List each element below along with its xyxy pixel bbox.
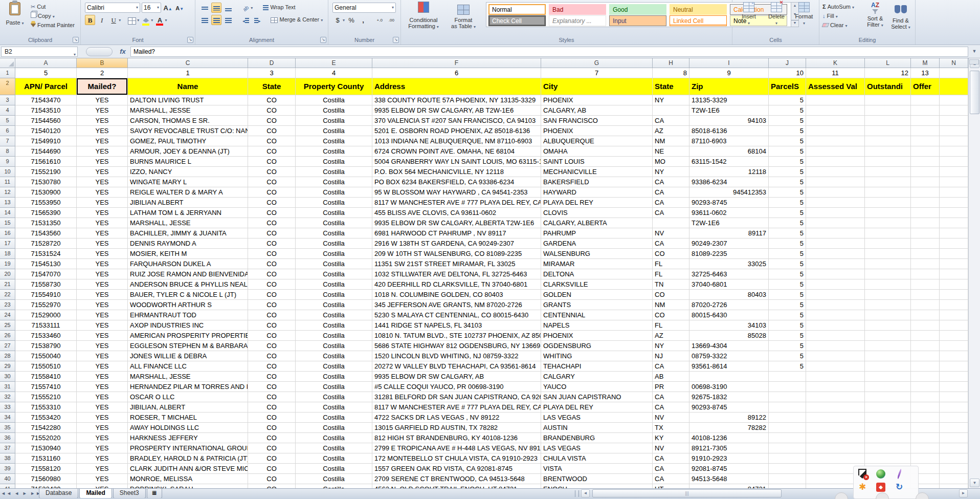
cell-E32[interactable]: Costilla [296,392,372,402]
cell-C30[interactable]: MARSHALL, JESSE [128,372,248,382]
column-header-L[interactable]: L [865,58,911,68]
cell-B8[interactable]: YES [77,146,128,157]
cell-G24[interactable]: CENTENNIAL [541,310,653,320]
cell-C15[interactable]: MARSHALL, JESSE [128,218,248,228]
cell-H6[interactable]: AZ [653,126,689,136]
cell-A31[interactable]: 71557410 [15,382,77,392]
cell-M11[interactable] [911,177,940,187]
cell-E13[interactable]: Costilla [296,198,372,208]
cell-B14[interactable]: YES [77,208,128,218]
cell-B37[interactable]: YES [77,443,128,453]
row-header-25[interactable]: 25 [0,320,15,331]
borders-button[interactable] [127,15,137,25]
insert-cells-button[interactable]: ← Insert ▾ [736,2,762,26]
align-left-button[interactable] [199,15,210,25]
cell-H36[interactable]: KY [653,433,689,443]
cell-H29[interactable]: CA [653,361,689,372]
cell-J16[interactable]: 5 [769,228,806,238]
cell-A7[interactable]: 71549910 [15,136,77,146]
row-header-36[interactable]: 36 [0,433,15,443]
row-header-13[interactable]: 13 [0,198,15,208]
cell-E1[interactable]: 4 [296,68,372,78]
increase-decimal-button[interactable]: +.0 [374,15,385,25]
header-cell-N2[interactable] [940,78,968,95]
cell-J31[interactable] [769,382,806,392]
cell-I11[interactable]: 93386-6234 [689,177,769,187]
cell-J13[interactable]: 5 [769,198,806,208]
cell-C14[interactable]: LATHAM TOM L & JERRYANN [128,208,248,218]
cell-C21[interactable]: ANDERSON BRUCE & PHYLLIS NEAL [128,279,248,290]
cell-L30[interactable] [865,372,911,382]
cell-C11[interactable]: WINGATE MARY L [128,177,248,187]
cell-H14[interactable]: CA [653,208,689,218]
align-center-button[interactable] [211,15,221,25]
cell-A9[interactable]: 71561610 [15,157,77,167]
increase-indent-button[interactable]: ▸ [252,15,262,25]
row-header-18[interactable]: 18 [0,249,15,259]
cell-B31[interactable]: YES [77,382,128,392]
cell-J4[interactable]: 5 [769,105,806,116]
cell-J29[interactable]: 5 [769,361,806,372]
cell-N4[interactable] [940,105,968,116]
cell-N18[interactable] [940,249,968,259]
cell-D16[interactable]: CO [248,228,296,238]
cell-C40[interactable]: MONROE, MELISSA [128,474,248,484]
cell-I35[interactable]: 78282 [689,423,769,433]
bold-button[interactable]: B [85,15,95,25]
cell-G37[interactable]: LAS VEGAS [541,443,653,453]
style-item-linked-cell[interactable]: Linked Cell [670,15,727,26]
cell-K38[interactable] [806,453,865,464]
cell-K26[interactable] [806,331,865,341]
cell-B35[interactable]: YES [77,423,128,433]
cell-F37[interactable]: 2799 E TROPICANA AVE # H-448 LAS VEGAS, … [372,443,541,453]
cell-B3[interactable]: YES [77,95,128,105]
cell-N40[interactable] [940,474,968,484]
row-header-28[interactable]: 28 [0,351,15,361]
cell-I13[interactable]: 90293-8745 [689,198,769,208]
cell-J27[interactable]: 5 [769,341,806,351]
cell-D21[interactable]: CO [248,279,296,290]
cell-C41[interactable]: DOBRINSKI, SARAH [128,484,248,488]
cell-K4[interactable] [806,105,865,116]
cell-C17[interactable]: DENNIS RAYMOND A [128,238,248,249]
header-cell-A2[interactable]: APN/ Parcel [15,78,77,95]
cell-D28[interactable]: CO [248,351,296,361]
cell-H35[interactable]: TX [653,423,689,433]
cell-H21[interactable]: TN [653,279,689,290]
cell-C4[interactable]: MARSHALL, JESSE [128,105,248,116]
accounting-format-button[interactable]: $ [332,15,343,25]
cell-D25[interactable]: CO [248,320,296,331]
cell-H23[interactable]: NM [653,300,689,310]
cell-H41[interactable]: UT [653,484,689,488]
cell-D11[interactable]: CO [248,177,296,187]
cell-F1[interactable]: 6 [372,68,541,78]
cell-C13[interactable]: JIBILIAN ALBERT [128,198,248,208]
cell-E40[interactable]: Costilla [296,474,372,484]
cell-C23[interactable]: WOODWORTH ARTHUR S [128,300,248,310]
merge-center-button[interactable]: Merge & Center ▾ [271,16,323,23]
cell-L25[interactable] [865,320,911,331]
cell-A5[interactable]: 71544560 [15,116,77,126]
font-size-select[interactable]: 16 ▾ [142,3,161,13]
header-cell-F2[interactable]: Address [372,78,541,95]
cell-A13[interactable]: 71553950 [15,198,77,208]
feather-icon[interactable] [894,468,905,480]
cell-H38[interactable]: CA [653,453,689,464]
cell-I4[interactable]: T2W-1E6 [689,105,769,116]
cell-N3[interactable] [940,95,968,105]
cell-L8[interactable] [865,146,911,157]
cell-I28[interactable]: 08759-3322 [689,351,769,361]
cell-I39[interactable]: 92081-8745 [689,464,769,474]
cell-C12[interactable]: REIGLE WALTER D & MARY A [128,187,248,198]
tab-database[interactable]: Database [39,489,78,498]
cell-C9[interactable]: BURNS MAURICE L [128,157,248,167]
cell-E5[interactable]: Costilla [296,116,372,126]
cell-L23[interactable] [865,300,911,310]
header-cell-J2[interactable]: ParcelS [769,78,806,95]
cell-B19[interactable]: YES [77,259,128,269]
cell-B23[interactable]: YES [77,300,128,310]
cell-G12[interactable]: HAYWARD [541,187,653,198]
cell-N34[interactable] [940,413,968,423]
cell-L38[interactable] [865,453,911,464]
cell-M37[interactable] [911,443,940,453]
